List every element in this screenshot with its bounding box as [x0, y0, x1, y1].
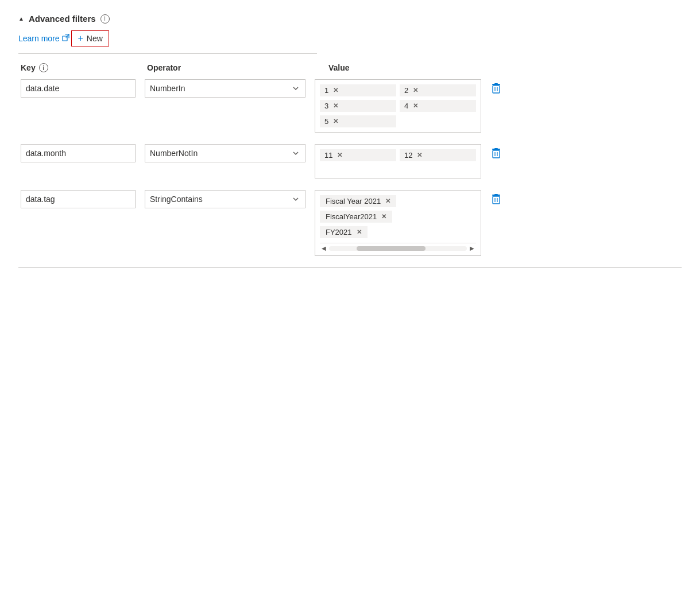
svg-rect-13 — [494, 194, 498, 195]
operator-select[interactable]: NumberInNumberNotInNumberLessThanNumberG… — [145, 79, 305, 98]
new-button-label: New — [87, 34, 103, 43]
scrollbar[interactable]: ◀ ▶ — [320, 243, 476, 251]
key-input[interactable] — [21, 79, 136, 98]
key-input[interactable] — [21, 190, 136, 208]
tag-item: 2✕ — [400, 84, 476, 96]
tag-value: 4 — [404, 102, 408, 110]
tag-remove-icon[interactable]: ✕ — [333, 87, 338, 94]
tag-remove-icon[interactable]: ✕ — [337, 152, 342, 159]
tag-item: 4✕ — [400, 100, 476, 112]
info-icon[interactable]: i — [100, 14, 110, 24]
tag-item: 12✕ — [400, 149, 476, 161]
svg-rect-3 — [494, 83, 498, 84]
tag-remove-icon[interactable]: ✕ — [413, 87, 418, 94]
value-box: 1✕2✕3✕4✕5✕ — [315, 79, 481, 133]
key-info-icon[interactable]: i — [39, 63, 48, 72]
svg-rect-8 — [494, 148, 498, 149]
operator-select[interactable]: NumberInNumberNotInNumberLessThanNumberG… — [145, 144, 305, 162]
tag-remove-icon[interactable]: ✕ — [333, 118, 338, 125]
tag-value: 2 — [404, 86, 408, 95]
bottom-divider — [18, 267, 682, 268]
value-column-header: Value — [328, 63, 350, 72]
tag-value: 1 — [324, 86, 328, 95]
column-headers: Key i Operator Value — [18, 63, 682, 72]
learn-more-label: Learn more — [18, 34, 60, 43]
tag-value: FiscalYear2021 — [326, 212, 377, 221]
tag-value: 5 — [324, 117, 328, 126]
tag-remove-icon[interactable]: ✕ — [413, 102, 418, 110]
tag-item: FY2021✕ — [320, 226, 368, 238]
section-title: Advanced filters — [29, 14, 96, 24]
value-box: Fiscal Year 2021✕FiscalYear2021✕FY2021✕ … — [315, 190, 481, 256]
tag-remove-icon[interactable]: ✕ — [333, 102, 338, 110]
tag-value: 11 — [324, 151, 332, 160]
svg-rect-14 — [493, 196, 500, 204]
key-input[interactable] — [21, 144, 136, 162]
tag-item: 11✕ — [320, 149, 396, 161]
scroll-right-icon[interactable]: ▶ — [468, 244, 476, 253]
tag-item: 3✕ — [320, 100, 396, 112]
key-column-header: Key i — [21, 63, 147, 72]
operator-select[interactable]: NumberInNumberNotInNumberLessThanNumberG… — [145, 190, 305, 208]
tag-item: FiscalYear2021✕ — [320, 211, 392, 223]
scroll-left-icon[interactable]: ◀ — [320, 244, 328, 253]
svg-rect-4 — [493, 86, 500, 93]
filter-row: NumberInNumberNotInNumberLessThanNumberG… — [18, 190, 682, 256]
advanced-filters-header: ▲ Advanced filters i — [18, 14, 682, 24]
scroll-track[interactable] — [329, 246, 467, 251]
tag-remove-icon[interactable]: ✕ — [417, 152, 422, 159]
filter-rows-container: NumberInNumberNotInNumberLessThanNumberG… — [18, 79, 682, 256]
value-box: 11✕12✕ — [315, 144, 481, 178]
tag-value: 12 — [404, 151, 412, 160]
filter-row: NumberInNumberNotInNumberLessThanNumberG… — [18, 79, 682, 133]
delete-filter-button[interactable] — [490, 147, 502, 162]
learn-more-link[interactable]: Learn more — [18, 34, 69, 43]
tag-value: 3 — [324, 102, 328, 110]
tag-item: Fiscal Year 2021✕ — [320, 195, 396, 207]
tag-remove-icon[interactable]: ✕ — [381, 213, 386, 220]
new-button[interactable]: + New — [71, 30, 109, 46]
external-link-icon — [62, 34, 69, 43]
scroll-thumb — [357, 246, 426, 251]
tag-remove-icon[interactable]: ✕ — [385, 197, 390, 205]
tag-remove-icon[interactable]: ✕ — [357, 228, 362, 236]
tag-item: 1✕ — [320, 84, 396, 96]
collapse-icon[interactable]: ▲ — [18, 15, 24, 22]
divider — [18, 53, 317, 54]
operator-column-header: Operator — [147, 63, 319, 72]
plus-icon: + — [78, 34, 83, 43]
delete-filter-button[interactable] — [490, 193, 502, 208]
delete-filter-button[interactable] — [490, 83, 502, 97]
tag-item: 5✕ — [320, 115, 396, 127]
tag-value: FY2021 — [326, 228, 352, 236]
tag-value: Fiscal Year 2021 — [326, 197, 381, 205]
svg-rect-9 — [493, 150, 500, 158]
filter-row: NumberInNumberNotInNumberLessThanNumberG… — [18, 144, 682, 178]
